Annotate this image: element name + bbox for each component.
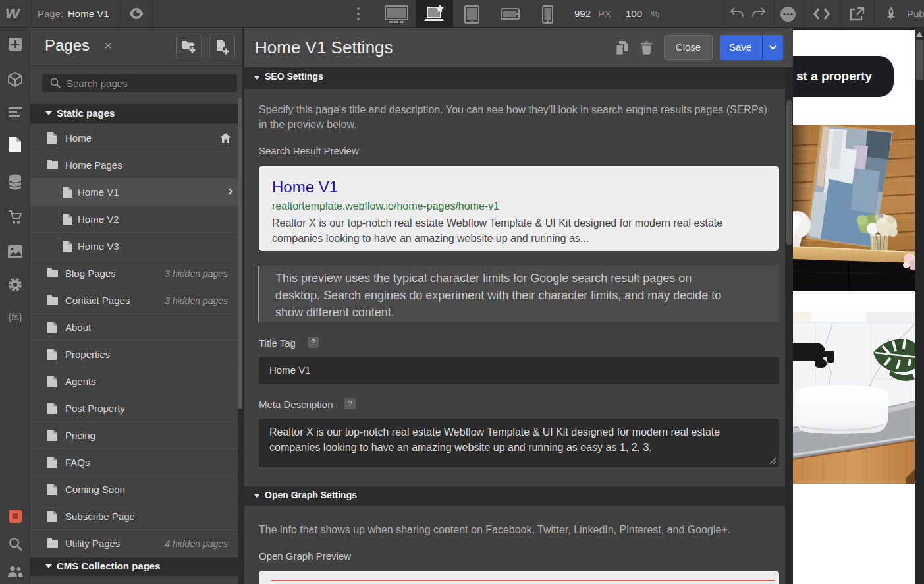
svg-text:st a property: st a property — [796, 69, 873, 83]
